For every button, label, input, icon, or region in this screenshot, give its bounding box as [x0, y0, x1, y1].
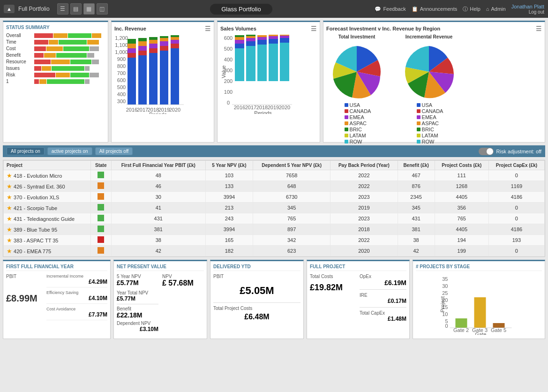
svg-text:2019: 2019 [268, 105, 279, 110]
sales-volumes-menu[interactable]: ☰ [311, 25, 317, 32]
status-bar-segment [70, 60, 91, 64]
year-total-value: £5.77M [117, 295, 158, 302]
table-row[interactable]: ★ 421 - Scorpio Tube4121334520193453560 [4, 203, 545, 213]
active-projects-button[interactable]: active projects on [47, 147, 92, 155]
dep-npv-label: Dependent NPV [117, 321, 158, 326]
status-bars [34, 60, 105, 64]
state-indicator [98, 204, 104, 211]
state-indicator [98, 172, 104, 178]
table-row[interactable]: ★ 426 - Syntrad Ext. 3604613364820228761… [4, 181, 545, 192]
inc-revenue-menu[interactable]: ☰ [205, 25, 211, 32]
svg-rect-70 [280, 36, 289, 38]
data-cell: 193 [488, 235, 544, 246]
view-icons: ☰ ▤ ▦ ◫ [57, 3, 108, 15]
status-bar-segment [87, 40, 99, 45]
admin-button[interactable]: ⌂ Admin [486, 6, 506, 12]
inc-revenue-chart: 1,200 1,100 1,000 900 800 700 600 500 40… [114, 34, 211, 114]
all-projects-on-button[interactable]: All projects on [7, 147, 45, 155]
star-icon: ★ [7, 215, 12, 222]
svg-rect-57 [246, 38, 255, 41]
data-cell: 4186 [488, 192, 544, 203]
svg-text:Gate 5: Gate 5 [491, 327, 506, 333]
table-row[interactable]: ★ 418 - Evolution Micro48103765820224671… [4, 170, 545, 181]
status-bar-segment [92, 33, 101, 38]
announcements-button[interactable]: 📋 Announcements [412, 6, 458, 12]
status-bar-segment [34, 53, 44, 58]
all-projects-off-button[interactable]: All projects off [95, 147, 133, 155]
state-indicator [98, 182, 104, 189]
svg-rect-26 [160, 51, 168, 105]
risk-toggle-switch[interactable] [479, 148, 494, 155]
opex-value: £6.19M [360, 279, 406, 286]
status-label: Cost [6, 46, 34, 51]
data-cell: 38 [398, 235, 435, 246]
data-cell: 103 [205, 170, 253, 181]
svg-text:Periods: Periods [149, 112, 167, 114]
svg-rect-66 [269, 36, 278, 39]
col-dep5[interactable]: Dependent 5 Year NPV (£k) [253, 161, 330, 170]
status-bar-segment [34, 33, 53, 38]
svg-rect-11 [128, 58, 136, 105]
status-bar-segment [34, 46, 46, 51]
benefit-label: Benefit [117, 304, 158, 311]
svg-rect-14 [128, 44, 136, 48]
help-button[interactable]: ⓘ Help [463, 6, 480, 13]
dashboard-view-icon[interactable]: ▦ [83, 3, 95, 15]
svg-rect-61 [257, 40, 267, 45]
star-icon: ★ [7, 248, 12, 255]
sales-volumes-chart: 600 500 400 300 200 100 0 [220, 34, 317, 114]
feedback-button[interactable]: 💬 Feedback [375, 6, 405, 12]
svg-rect-18 [138, 46, 147, 51]
total-costs-value: £19.82M [310, 283, 357, 293]
status-bar-segment [90, 46, 99, 51]
status-bar-segment [59, 40, 87, 45]
state-cell [90, 224, 111, 235]
table-row[interactable]: ★ 370 - Evolution XLS3039946730202323454… [4, 192, 545, 203]
table-row[interactable]: ★ 420 - EMEA 775421826232020421990 [4, 246, 545, 256]
svg-text:25: 25 [442, 290, 448, 296]
svg-rect-31 [171, 48, 179, 105]
status-row: Overall [6, 33, 105, 38]
col-project[interactable]: Project [4, 161, 91, 170]
svg-text:2017: 2017 [137, 107, 148, 113]
col-benefit[interactable]: Benefit (£k) [398, 161, 435, 170]
svg-text:1,100: 1,100 [115, 42, 128, 48]
col-payback[interactable]: Pay Back Period (Year) [330, 161, 398, 170]
svg-rect-15 [128, 39, 136, 44]
col-capex[interactable]: Project CapEx (£k) [488, 161, 544, 170]
toggle-knob [487, 148, 493, 155]
col-state[interactable]: State [90, 161, 111, 170]
data-cell: 2019 [330, 203, 398, 213]
chart-view-icon[interactable]: ▤ [70, 3, 82, 15]
table-row[interactable]: ★ 431 - Telediagnostic Guide431243765202… [4, 213, 545, 224]
data-cell: 4405 [435, 192, 488, 203]
col-npv5[interactable]: 5 Year NPV (£k) [205, 161, 253, 170]
list-view-icon[interactable]: ☰ [57, 3, 68, 15]
svg-rect-59 [246, 35, 255, 36]
col-ffpbit[interactable]: First Full Financial Year PBIT (£k) [111, 161, 205, 170]
svg-rect-64 [269, 44, 278, 81]
delivered-title: DELIVERED YTD [213, 264, 300, 271]
svg-text:35: 35 [442, 276, 448, 282]
svg-rect-50 [235, 48, 244, 81]
total-investment-pie [326, 41, 387, 102]
data-cell: 4186 [488, 224, 544, 235]
svg-text:600: 600 [224, 35, 233, 41]
logout-button[interactable]: Log out [529, 9, 544, 15]
topbar-actions: 💬 Feedback 📋 Announcements ⓘ Help ⌂ Admi… [375, 4, 544, 15]
project-name-cell: ★ 420 - EMEA 775 [4, 246, 91, 256]
status-bar-segment [42, 66, 51, 71]
table-row[interactable]: ★ 383 - ASPAC TT 3538165342202238194193 [4, 235, 545, 246]
data-cell: 765 [435, 213, 488, 224]
status-label: Risk [6, 72, 34, 77]
data-cell: 165 [205, 235, 253, 246]
col-costs[interactable]: Project Costs (£k) [435, 161, 488, 170]
svg-rect-20 [138, 38, 147, 41]
status-bar-segment [51, 60, 70, 64]
table-view-icon[interactable]: ◫ [97, 3, 108, 15]
forecast-investment-menu[interactable]: ☰ [536, 25, 542, 32]
status-bar-segment [34, 79, 39, 84]
data-cell: 2022 [330, 170, 398, 181]
home-icon: ⌂ [486, 6, 489, 12]
table-row[interactable]: ★ 389 - Blue Tube 9538139948972018381440… [4, 224, 545, 235]
